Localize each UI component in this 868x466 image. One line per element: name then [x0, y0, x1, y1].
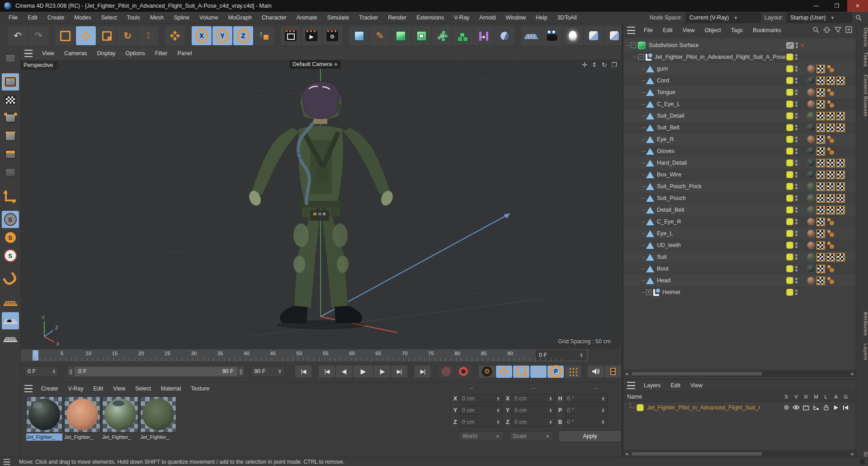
uvw-tag-icon[interactable] [826, 194, 835, 203]
object-name[interactable]: Detail_Belt [657, 207, 684, 213]
coord-value-field[interactable]: 0 °▲▼ [564, 394, 608, 403]
phong-tag-icon[interactable] [826, 241, 835, 249]
material-tag-icon[interactable] [807, 112, 815, 120]
workplane-button[interactable] [2, 294, 19, 311]
tree-row[interactable]: gum [623, 63, 856, 75]
uvw-tag-icon[interactable] [836, 253, 845, 262]
menu-tracker[interactable]: Tracker [354, 14, 383, 21]
uvw-tag-icon[interactable] [826, 206, 835, 214]
visibility-dots-icon[interactable] [795, 137, 797, 142]
add-cube-button[interactable] [349, 26, 369, 45]
generator-button[interactable] [411, 26, 431, 45]
display-tag-icon[interactable] [786, 42, 794, 49]
key-scale-button[interactable] [513, 366, 529, 378]
lock-x-button[interactable]: X [192, 26, 212, 45]
material-tag-icon[interactable] [807, 229, 815, 238]
material-tag-icon[interactable] [807, 218, 815, 226]
active-tool-move-button[interactable] [165, 26, 185, 45]
visibility-dots-icon[interactable] [795, 219, 797, 224]
uvw-tag-icon[interactable] [836, 159, 845, 167]
uvw-tag-icon[interactable] [816, 218, 825, 226]
material-tag-icon[interactable] [807, 253, 815, 261]
menu-spline[interactable]: Spline [169, 14, 194, 21]
tree-row[interactable]: Gloves [623, 145, 856, 157]
visibility-dots-icon[interactable] [795, 195, 797, 201]
planar-workplane-button[interactable] [2, 330, 19, 347]
floor-button[interactable] [521, 26, 541, 45]
material-tag-icon[interactable] [807, 241, 815, 249]
uvw-tag-icon[interactable] [816, 76, 825, 85]
visibility-dots-icon[interactable] [796, 43, 798, 48]
uvw-tag-icon[interactable] [816, 206, 825, 214]
scrollbar-thumb[interactable] [632, 452, 762, 456]
range-handle-right[interactable]: || [237, 368, 245, 375]
menu-edit[interactable]: Edit [23, 14, 42, 21]
key-rotation-button[interactable]: ↻ [530, 366, 547, 378]
layer-color-swatch[interactable] [786, 124, 793, 131]
layers-menu-view[interactable]: View [685, 382, 708, 389]
material-menu-select[interactable]: Select [130, 385, 156, 392]
material-menu-view[interactable]: View [108, 385, 130, 392]
scale-button[interactable] [97, 26, 117, 45]
object-manager-hscrollbar[interactable]: ◀ ▶ [623, 370, 856, 377]
minimize-button[interactable]: — [806, 0, 826, 12]
menu-create[interactable]: Create [42, 14, 70, 21]
side-tab-layers[interactable]: Layers [856, 343, 868, 361]
active-camera-label[interactable]: Default Camera✥ [290, 60, 340, 69]
material-menu-icon[interactable] [24, 385, 33, 392]
phong-tag-icon[interactable] [826, 135, 835, 143]
object-name[interactable]: gum [657, 66, 668, 72]
menu-help[interactable]: Help [531, 14, 552, 21]
menu-select[interactable]: Select [96, 14, 122, 21]
layer-color-swatch[interactable] [786, 195, 793, 202]
layer-color-swatch[interactable] [786, 277, 793, 284]
model-mode-button[interactable] [2, 73, 19, 90]
spinner-icon[interactable]: ▲▼ [549, 420, 552, 424]
coord-system-button[interactable] [254, 26, 274, 45]
axis-mode-button[interactable] [2, 187, 19, 204]
spinner-icon[interactable]: ▲▼ [496, 396, 500, 401]
tree-row[interactable]: UD_teeth [623, 239, 856, 251]
tweak-mode-button[interactable] [2, 164, 19, 181]
layer-color-swatch[interactable] [786, 218, 793, 225]
layer-row[interactable]: Jet_Fighter_Pilot_in_Advanced_Flight_Sui… [623, 402, 856, 413]
rotate-button[interactable]: ↻ [118, 26, 137, 45]
deformer-button[interactable] [495, 26, 514, 45]
layer-color-swatch[interactable] [786, 112, 793, 119]
object-name[interactable]: Suit_Belt [657, 124, 679, 131]
object-name[interactable]: Boot [657, 266, 669, 272]
collapse-icon[interactable]: − [638, 54, 644, 60]
layer-color-swatch[interactable] [786, 77, 793, 84]
uvw-tag-icon[interactable] [816, 65, 825, 73]
material-label[interactable]: Jet_Fighter_ [102, 433, 138, 441]
material-tag-icon[interactable] [807, 265, 815, 273]
layout-select[interactable]: Startup (User)▼ [787, 13, 852, 23]
visibility-dots-icon[interactable] [795, 254, 797, 260]
tree-row[interactable]: C_Eye_R [623, 216, 856, 228]
viewport-menu-panel[interactable]: Panel [172, 50, 197, 57]
lock-y-button[interactable]: Y [212, 26, 232, 45]
layer-color-swatch[interactable] [786, 171, 793, 178]
status-menu-icon[interactable] [4, 459, 10, 465]
material-tag-icon[interactable] [807, 182, 815, 190]
coord-value-field[interactable]: 0 cm▲▼ [459, 417, 503, 427]
visibility-dots-icon[interactable] [795, 278, 797, 283]
last-tools-button[interactable]: PS [138, 26, 158, 45]
side-tab-takes[interactable]: Takes [856, 52, 868, 67]
material-menu-create[interactable]: Create [36, 385, 63, 392]
material-menu-edit[interactable]: Edit [89, 385, 108, 392]
object-name[interactable]: Cord [657, 77, 669, 84]
layer-color-swatch[interactable] [786, 206, 793, 214]
menu-volume[interactable]: Volume [194, 14, 223, 21]
uvw-tag-icon[interactable] [816, 88, 825, 97]
uvw-tag-icon[interactable] [836, 124, 845, 132]
object-menu-edit[interactable]: Edit [658, 27, 678, 33]
spinner-icon[interactable]: ▲▼ [549, 396, 552, 401]
spinner-icon[interactable]: ▲▼ [601, 408, 605, 413]
coord-value-field[interactable]: 0 cm▲▼ [512, 394, 555, 403]
layer-color-swatch[interactable] [786, 289, 793, 296]
material-item[interactable]: Jet_Fighter_ [26, 396, 62, 441]
material-thumbnail[interactable] [64, 396, 100, 433]
uvw-tag-icon[interactable] [816, 100, 825, 109]
visibility-dots-icon[interactable] [795, 266, 797, 271]
